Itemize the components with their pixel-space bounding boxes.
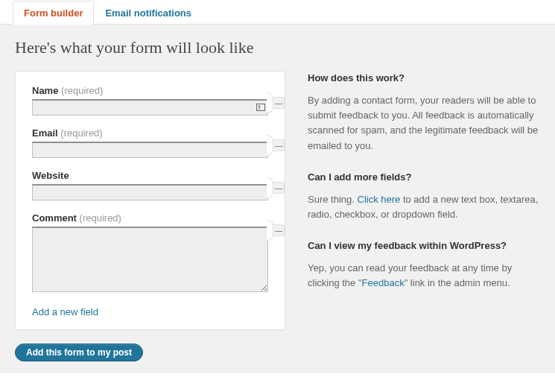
field-label: Comment xyxy=(32,212,77,224)
help-heading: Can I view my feedback within WordPress? xyxy=(308,238,540,253)
help-text: Yep, you can read your feedback at any t… xyxy=(308,261,540,291)
field-required: (required) xyxy=(80,212,121,224)
field-comment: Comment (required) — xyxy=(32,212,268,294)
help-heading: Can I add more fields? xyxy=(308,170,540,185)
help-text: By adding a contact form, your readers w… xyxy=(308,93,540,154)
svg-rect-0 xyxy=(257,104,265,111)
feedback-link[interactable]: Feedback xyxy=(362,277,405,288)
field-label: Email xyxy=(32,127,58,139)
email-input[interactable] xyxy=(32,142,268,158)
field-label: Website xyxy=(32,170,69,181)
remove-field-button[interactable]: — xyxy=(273,224,285,236)
add-form-button[interactable]: Add this form to my post xyxy=(15,344,143,361)
help-text: Sure thing. Click here to add a new text… xyxy=(308,192,540,222)
help-text-part: Sure thing. xyxy=(308,194,358,205)
tab-form-builder[interactable]: Form builder xyxy=(13,1,94,25)
field-website: Website — xyxy=(32,170,268,200)
comment-input[interactable] xyxy=(32,227,268,292)
svg-point-1 xyxy=(259,106,261,108)
name-input[interactable] xyxy=(32,99,268,116)
field-name: Name (required) — xyxy=(32,85,268,116)
help-heading: How does this work? xyxy=(308,71,540,86)
contact-card-icon xyxy=(256,103,265,112)
field-email: Email (required) — xyxy=(32,127,268,158)
field-required: (required) xyxy=(61,85,103,96)
add-field-link[interactable]: Add a new field xyxy=(32,306,98,317)
field-label: Name xyxy=(32,85,58,96)
tab-email-notifications[interactable]: Email notifications xyxy=(94,1,203,25)
remove-field-button[interactable]: — xyxy=(273,182,285,194)
content-area: Here's what your form will look like Nam… xyxy=(0,25,555,373)
click-here-link[interactable]: Click here xyxy=(358,194,401,205)
website-input[interactable] xyxy=(32,184,268,200)
remove-field-button[interactable]: — xyxy=(273,139,285,151)
tabs-bar: Form builder Email notifications xyxy=(0,0,555,25)
form-preview: Name (required) — Email (r xyxy=(15,71,285,330)
help-panel: How does this work? By adding a contact … xyxy=(308,71,540,361)
help-text-part: " link in the admin menu. xyxy=(405,277,510,288)
page-title: Here's what your form will look like xyxy=(15,38,540,57)
remove-field-button[interactable]: — xyxy=(273,97,285,109)
field-required: (required) xyxy=(60,127,102,139)
